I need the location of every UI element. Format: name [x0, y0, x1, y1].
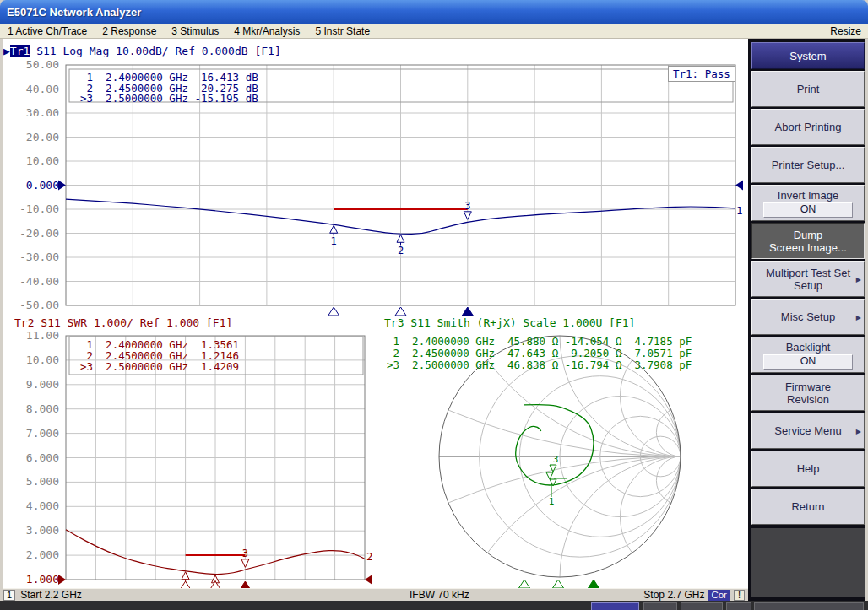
- softkey-abort-printing[interactable]: Abort Printing: [751, 109, 865, 145]
- smith-reactance-arc: [560, 456, 748, 588]
- softkey-print[interactable]: Print: [751, 71, 865, 107]
- tr2-y-axis-tick: 10.00: [5, 354, 59, 367]
- marker-triangle: [330, 225, 338, 233]
- softkey-invert-image[interactable]: Invert ImageON: [751, 185, 865, 221]
- tr1-y-axis-tick: -10.00: [5, 202, 59, 216]
- tr1-header[interactable]: ▶Tr1 S11 Log Mag 10.00dB/ Ref 0.000dB [F…: [3, 45, 281, 57]
- tr3-marker-table-row: 1 2.4000000 GHz 45.880 Ω -14.054 Ω 4.718…: [387, 336, 692, 347]
- tr2-y-axis-tick: 6.000: [5, 451, 59, 465]
- smith-reactance-arc: [621, 456, 741, 577]
- softkey-firmware-revision[interactable]: FirmwareRevision: [751, 375, 865, 411]
- submenu-arrow-icon: ▶: [856, 310, 861, 323]
- softkey-return[interactable]: Return: [751, 489, 865, 525]
- softkey-printer-setup[interactable]: Printer Setup...: [751, 147, 865, 183]
- analyzer-screen: 12312331 ▶Tr1 S11 Log Mag 10.00dB/ Ref 0…: [0, 39, 748, 588]
- tr3-marker-triangle: [546, 472, 553, 479]
- softkey-dump-screen-image[interactable]: DumpScreen Image...: [751, 223, 865, 259]
- ifbw-label: IFBW 70 kHz: [410, 589, 469, 601]
- marker-number-label: 1: [331, 235, 337, 247]
- softkey-label: Multiport Test Set: [766, 267, 850, 279]
- menu-item-1[interactable]: 1 Active Ch/Trace: [0, 25, 95, 37]
- softkey-label: Dump: [794, 229, 823, 241]
- softkey-label: Service Menu: [774, 424, 841, 437]
- smith-reactance-arc: [439, 456, 748, 588]
- softkey-label: Backlight: [786, 341, 831, 354]
- softkey-label: Setup: [794, 279, 822, 292]
- status-bar-right: Stop 2.7 GHz Cor !: [643, 589, 748, 601]
- submenu-arrow-icon: ▶: [856, 424, 861, 437]
- instrument-status-strip: [0, 601, 868, 610]
- correction-badge: Cor: [708, 590, 730, 601]
- tr1-trace-number: 1: [736, 204, 743, 217]
- tr2-ref-arrow-right: [365, 575, 372, 585]
- smith-reactance-arc: [439, 39, 748, 456]
- tr1-pass-indicator: Tr1: Pass: [668, 66, 735, 82]
- tr3-marker-number-label: 1: [549, 496, 555, 507]
- start-frequency-label: Start 2.2 GHz: [20, 589, 82, 601]
- softkey-multiport-test-set-setup[interactable]: Multiport Test SetSetup▶: [751, 261, 865, 297]
- tr1-y-axis-tick: -30.00: [5, 251, 59, 264]
- tr1-y-axis-tick: 50.00: [5, 58, 59, 72]
- tr1-y-axis-tick: 20.00: [5, 131, 59, 144]
- tr2-header[interactable]: Tr2 S11 SWR 1.000/ Ref 1.000 [F1]: [14, 316, 232, 329]
- softkey-misc-setup[interactable]: Misc Setup▶: [751, 299, 865, 335]
- resize-button[interactable]: Resize: [823, 25, 868, 37]
- softkey-help[interactable]: Help: [751, 451, 865, 487]
- tr1-y-axis-tick: 10.00: [5, 154, 59, 168]
- marker-number-label: 3: [464, 200, 470, 212]
- status-strip-box: [681, 602, 723, 610]
- window-titlebar: E5071C Network Analyzer: [0, 0, 868, 24]
- softkey-label: Invert Image: [778, 189, 838, 202]
- menu-item-4[interactable]: 4 Mkr/Analysis: [226, 25, 307, 37]
- tr3-marker-table-row: >3 2.5000000 GHz 46.838 Ω -16.794 Ω 3.79…: [387, 359, 692, 370]
- tr3-axis-marker-triangle: [519, 580, 530, 588]
- tr1-axis-marker-triangle: [462, 307, 473, 316]
- tr2-trace-number: 2: [366, 550, 373, 563]
- tr3-marker-number-label: 3: [553, 454, 559, 465]
- tr3-header[interactable]: Tr3 S11 Smith (R+jX) Scale 1.000U [F1]: [384, 316, 635, 329]
- softkey-label: Abort Printing: [775, 121, 842, 133]
- menu-item-2[interactable]: 2 Response: [95, 25, 164, 37]
- tr2-y-axis-tick: 11.00: [5, 329, 59, 343]
- channel-number-badge: 1: [3, 590, 15, 601]
- alert-button[interactable]: !: [734, 590, 745, 601]
- status-bar: 1 Start 2.2 GHz IFBW 70 kHz Stop 2.7 GHz…: [0, 588, 748, 601]
- status-strip-box: [754, 602, 864, 610]
- active-trace-arrow-icon: ▶: [3, 45, 10, 57]
- softkey-menu: System PrintAbort PrintingPrinter Setup.…: [748, 39, 868, 601]
- marker-number-label: 2: [398, 245, 404, 256]
- softkey-backlight[interactable]: BacklightON: [751, 337, 865, 373]
- tr2-marker-table-row: 1 2.4000000 GHz 1.3561: [80, 339, 239, 350]
- tr1-name: Tr1: [10, 45, 30, 57]
- softkey-label: Misc Setup: [781, 310, 835, 323]
- softkey-label: Print: [797, 83, 820, 95]
- softkey-toggle-state[interactable]: ON: [763, 354, 853, 370]
- app-window: E5071C Network Analyzer 1 Active Ch/Trac…: [0, 0, 868, 610]
- marker-triangle: [397, 235, 404, 242]
- status-strip-box: [591, 602, 639, 610]
- marker-triangle: [241, 559, 249, 568]
- softkey-filler: [751, 528, 865, 597]
- window-frame-left: [0, 39, 3, 601]
- menu-item-3[interactable]: 3 Stimulus: [164, 25, 226, 37]
- tr3-marker-table-row: 2 2.4500000 GHz 47.643 Ω -9.2050 Ω 7.057…: [387, 348, 692, 359]
- menu-item-5[interactable]: 5 Instr State: [307, 25, 377, 37]
- submenu-arrow-icon: ▶: [856, 273, 861, 285]
- status-strip-box: [643, 602, 677, 610]
- status-strip-box: [726, 602, 751, 610]
- tr1-ref-arrow-right: [735, 181, 743, 191]
- menu-bar: 1 Active Ch/Trace2 Response3 Stimulus4 M…: [0, 24, 868, 39]
- tr2-marker-table-row: >3 2.5000000 GHz 1.4209: [80, 361, 239, 372]
- tr3-axis-marker-triangle: [589, 580, 599, 588]
- tr1-header-text: S11 Log Mag 10.00dB/ Ref 0.000dB [F1]: [30, 45, 280, 57]
- tr1-y-axis-tick: 40.00: [5, 83, 59, 96]
- tr2-axis-marker-triangle: [240, 581, 251, 588]
- softkey-toggle-state[interactable]: ON: [763, 202, 853, 218]
- softkey-service-menu[interactable]: Service Menu▶: [751, 413, 865, 449]
- tr1-y-axis-tick: -20.00: [5, 227, 59, 240]
- tr2-y-axis-tick: 5.000: [5, 475, 59, 489]
- smith-reactance-arc: [77, 456, 748, 588]
- tr2-y-axis-tick: 1.000: [5, 573, 59, 586]
- tr2-y-axis-tick: 2.000: [5, 548, 59, 562]
- tr2-y-axis-tick: 8.000: [5, 402, 59, 416]
